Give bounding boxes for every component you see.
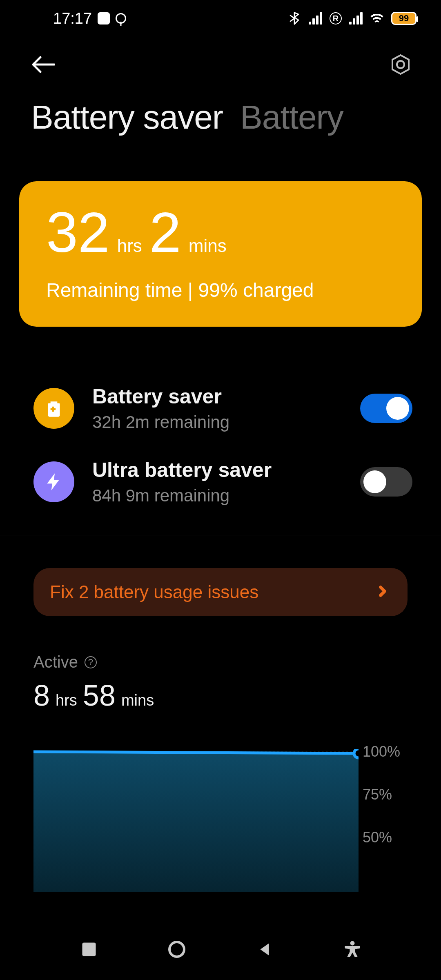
ultra-battery-saver-subtitle: 84h 9m remaining bbox=[92, 486, 342, 506]
signal-sim2-icon bbox=[349, 12, 363, 24]
ultra-battery-saver-toggle[interactable] bbox=[360, 467, 412, 497]
active-label-row: Active ? bbox=[33, 653, 408, 671]
signal-sim1-icon bbox=[309, 12, 322, 24]
active-label: Active bbox=[33, 653, 78, 671]
title-tabs: Battery saver Battery bbox=[0, 94, 441, 136]
active-block: Active ? 8 hrs 58 mins bbox=[33, 653, 408, 712]
svg-point-8 bbox=[350, 941, 354, 945]
svg-rect-6 bbox=[82, 943, 96, 956]
roaming-icon: R bbox=[330, 12, 342, 24]
battery-status-icon: 99 bbox=[391, 12, 416, 25]
tab-battery-saver[interactable]: Battery saver bbox=[31, 98, 223, 136]
nav-back-button[interactable] bbox=[252, 937, 277, 962]
settings-button[interactable] bbox=[390, 53, 412, 77]
remaining-hours-unit: hrs bbox=[117, 236, 142, 256]
battery-status-pct: 99 bbox=[399, 13, 409, 24]
svg-marker-0 bbox=[392, 55, 409, 74]
active-hours: 8 bbox=[33, 679, 50, 712]
remaining-time-value: 32 hrs 2 mins bbox=[46, 204, 395, 261]
remaining-time-card: 32 hrs 2 mins Remaining time | 99% charg… bbox=[19, 181, 422, 327]
remaining-mins: 2 bbox=[149, 204, 181, 261]
remaining-subtitle: Remaining time | 99% charged bbox=[46, 279, 395, 301]
saver-list: Battery saver 32h 2m remaining Ultra bat… bbox=[0, 327, 441, 519]
chart-y-75: 75% bbox=[363, 786, 392, 803]
status-left: 17:17 bbox=[53, 10, 126, 27]
status-right: R 99 bbox=[287, 11, 416, 25]
section-divider bbox=[0, 535, 441, 535]
system-navbar bbox=[0, 919, 441, 980]
notification-indicator-icon bbox=[98, 12, 110, 24]
remaining-mins-unit: mins bbox=[189, 236, 227, 256]
chart-y-labels: 100% 75% 50% bbox=[363, 749, 408, 892]
active-hours-unit: hrs bbox=[56, 692, 77, 709]
ultra-battery-saver-icon bbox=[33, 461, 74, 502]
chevron-right-icon bbox=[376, 585, 389, 599]
battery-saver-subtitle: 32h 2m remaining bbox=[92, 412, 342, 432]
back-button[interactable] bbox=[31, 56, 55, 75]
voice-assistant-icon bbox=[116, 13, 126, 24]
battery-saver-row[interactable]: Battery saver 32h 2m remaining bbox=[33, 372, 412, 445]
chart-y-50: 50% bbox=[363, 829, 392, 846]
active-mins-unit: mins bbox=[121, 692, 154, 709]
battery-saver-title: Battery saver bbox=[92, 385, 342, 408]
battery-chart-svg bbox=[33, 749, 359, 892]
svg-point-5 bbox=[354, 749, 359, 758]
remaining-hours: 32 bbox=[46, 204, 110, 261]
chart-y-100: 100% bbox=[363, 743, 400, 760]
tab-battery[interactable]: Battery bbox=[240, 98, 343, 136]
help-icon[interactable]: ? bbox=[85, 656, 97, 668]
battery-saver-text: Battery saver 32h 2m remaining bbox=[92, 385, 342, 432]
active-time: 8 hrs 58 mins bbox=[33, 679, 408, 712]
fix-issues-label: Fix 2 battery usage issues bbox=[50, 582, 258, 602]
bluetooth-icon bbox=[287, 11, 301, 25]
svg-point-7 bbox=[169, 942, 184, 957]
status-time: 17:17 bbox=[53, 10, 92, 27]
header-bar bbox=[0, 37, 441, 94]
ultra-battery-saver-row[interactable]: Ultra battery saver 84h 9m remaining bbox=[33, 445, 412, 519]
battery-saver-icon bbox=[33, 388, 74, 429]
active-mins: 58 bbox=[83, 679, 116, 712]
svg-point-1 bbox=[397, 61, 404, 68]
nav-recents-button[interactable] bbox=[77, 937, 101, 962]
ultra-battery-saver-text: Ultra battery saver 84h 9m remaining bbox=[92, 458, 342, 506]
ultra-battery-saver-title: Ultra battery saver bbox=[92, 458, 342, 482]
nav-home-button[interactable] bbox=[165, 937, 189, 962]
battery-saver-toggle[interactable] bbox=[360, 394, 412, 423]
fix-issues-button[interactable]: Fix 2 battery usage issues bbox=[33, 568, 408, 616]
wifi-icon bbox=[370, 13, 384, 24]
battery-chart[interactable]: 100% 75% 50% bbox=[33, 749, 408, 892]
nav-accessibility-button[interactable] bbox=[340, 937, 365, 962]
status-bar: 17:17 R 99 bbox=[0, 0, 441, 37]
